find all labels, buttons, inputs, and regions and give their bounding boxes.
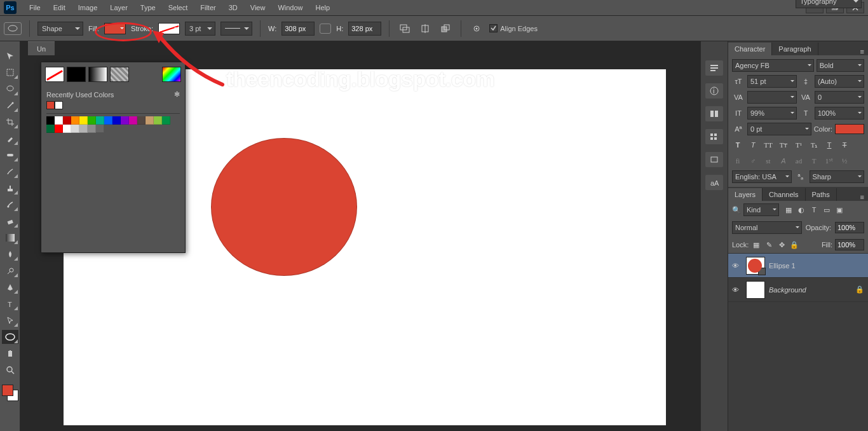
lock-paint-icon[interactable]: ✎ [764, 240, 774, 249]
foreground-background-colors[interactable] [2, 385, 18, 401]
tab-character[interactable]: Character [728, 43, 772, 55]
ellipse-shape[interactable] [211, 138, 357, 276]
color-swatch[interactable] [46, 116, 55, 125]
filter-type-icon[interactable]: T [808, 205, 820, 215]
color-swatch[interactable] [146, 116, 154, 125]
type-tool[interactable]: T [2, 297, 18, 311]
menu-help[interactable]: Help [309, 0, 337, 16]
marquee-tool[interactable] [2, 65, 18, 79]
fill-type-gradient[interactable] [88, 67, 107, 82]
visibility-icon[interactable]: 👁 [732, 286, 742, 294]
workspace-dropdown[interactable]: Typography [796, 0, 862, 8]
antialias-dropdown[interactable]: Sharp [810, 170, 864, 183]
fill-swatch[interactable] [104, 23, 126, 34]
menu-edit[interactable]: Edit [47, 0, 72, 16]
menu-image[interactable]: Image [72, 0, 104, 16]
bold-btn[interactable]: T [732, 140, 743, 150]
hand-tool[interactable] [2, 346, 18, 360]
tab-layers[interactable]: Layers [728, 188, 763, 201]
pen-tool[interactable] [2, 280, 18, 294]
stroke-width-input[interactable]: 3 pt [185, 22, 215, 36]
tab-paths[interactable]: Paths [806, 188, 837, 201]
underline-btn[interactable]: T [824, 140, 835, 150]
blend-mode-dropdown[interactable]: Normal [732, 221, 802, 234]
color-swatch[interactable] [55, 125, 63, 133]
filter-pixel-icon[interactable]: ▦ [783, 205, 794, 215]
swatch-menu-icon[interactable]: ✻ [174, 90, 180, 99]
tab-paragraph[interactable]: Paragraph [772, 43, 818, 55]
tool-preset-picker[interactable] [4, 22, 22, 35]
styles-panel-icon[interactable] [705, 152, 723, 167]
zoom-tool[interactable] [2, 363, 18, 377]
color-swatch[interactable] [79, 125, 88, 133]
character-styles-icon[interactable] [705, 106, 723, 121]
strike-btn[interactable]: T [839, 140, 850, 150]
glyphs-panel-icon[interactable]: aA [705, 175, 723, 190]
gear-icon[interactable] [469, 22, 484, 36]
height-input[interactable] [348, 22, 381, 36]
color-swatch[interactable] [71, 116, 79, 125]
color-swatch[interactable] [137, 116, 146, 125]
lock-all-icon[interactable]: 🔒 [789, 240, 799, 249]
color-swatch[interactable] [88, 125, 96, 133]
color-swatch[interactable] [162, 116, 170, 125]
language-dropdown[interactable]: English: USA [732, 170, 792, 183]
opacity-input[interactable] [835, 222, 864, 233]
fill-type-solid[interactable] [67, 67, 86, 82]
leading-input[interactable]: (Auto) [815, 75, 864, 88]
crop-tool[interactable] [2, 115, 18, 129]
color-swatch[interactable] [96, 125, 104, 133]
color-swatch[interactable] [129, 116, 137, 125]
color-swatch[interactable] [104, 116, 112, 125]
color-swatch[interactable] [71, 125, 79, 133]
filter-type-dropdown[interactable]: Kind [743, 203, 779, 216]
panel-menu-icon[interactable]: ≡ [857, 48, 868, 55]
menu-window[interactable]: Window [271, 0, 309, 16]
clone-stamp-tool[interactable] [2, 181, 18, 195]
kerning-input[interactable] [747, 91, 797, 104]
color-swatch[interactable] [88, 116, 96, 125]
vscale-input[interactable]: 99% [747, 107, 797, 120]
font-size-input[interactable]: 51 pt [747, 75, 797, 88]
move-tool[interactable] [2, 49, 18, 63]
ellipse-tool[interactable] [2, 330, 18, 344]
path-arrangement-icon[interactable] [438, 22, 453, 36]
swatches-panel-icon[interactable] [705, 129, 723, 144]
stroke-swatch[interactable] [158, 23, 180, 34]
history-brush-tool[interactable] [2, 198, 18, 212]
paragraph-styles-icon[interactable] [705, 60, 723, 76]
filter-shape-icon[interactable]: ▭ [821, 205, 832, 215]
fill-type-pattern[interactable] [110, 67, 129, 82]
brush-tool[interactable] [2, 165, 18, 179]
path-selection-tool[interactable] [2, 313, 18, 327]
layer-thumbnail[interactable] [746, 281, 765, 299]
layer-thumbnail[interactable] [746, 257, 765, 275]
lasso-tool[interactable] [2, 82, 18, 96]
color-swatch[interactable] [55, 116, 63, 125]
superscript-btn[interactable]: T¹ [793, 140, 804, 150]
color-swatch[interactable] [96, 116, 104, 125]
healing-brush-tool[interactable] [2, 148, 18, 162]
visibility-icon[interactable]: 👁 [732, 262, 742, 270]
italic-btn[interactable]: T [747, 140, 759, 150]
layer-row[interactable]: 👁 Ellipse 1 [728, 254, 868, 278]
tracking-input[interactable]: 0 [815, 91, 864, 104]
menu-layer[interactable]: Layer [104, 0, 134, 16]
path-operations-icon[interactable] [397, 22, 412, 36]
filter-smart-icon[interactable]: ▣ [834, 205, 845, 215]
layer-row[interactable]: 👁 Background 🔒 [728, 278, 868, 302]
color-swatch[interactable] [46, 125, 55, 133]
link-wh-icon[interactable] [320, 24, 331, 34]
dodge-tool[interactable] [2, 264, 18, 278]
baseline-input[interactable]: 0 pt [747, 123, 811, 135]
layers-panel-menu-icon[interactable]: ≡ [857, 193, 868, 201]
lock-position-icon[interactable]: ✥ [776, 240, 787, 249]
path-alignment-icon[interactable] [417, 22, 433, 36]
menu-select[interactable]: Select [162, 0, 194, 16]
width-input[interactable] [281, 22, 315, 36]
tool-mode-dropdown[interactable]: Shape [37, 22, 83, 36]
stroke-style-dropdown[interactable] [220, 22, 252, 36]
lock-transparency-icon[interactable]: ▦ [751, 240, 761, 249]
fill-type-none[interactable] [45, 67, 64, 82]
color-swatch[interactable] [154, 116, 162, 125]
